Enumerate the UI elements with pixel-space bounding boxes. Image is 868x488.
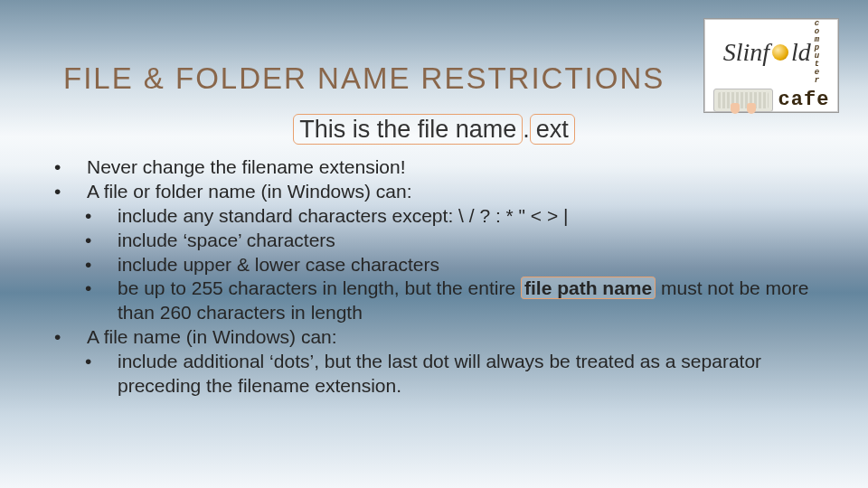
sub-bullet-item: •include ‘space’ characters — [118, 229, 814, 253]
filename-example: This is the file name.ext — [0, 116, 868, 144]
disc-icon — [772, 44, 788, 61]
bullet-text: Never change the filename extension! — [87, 156, 406, 177]
filepath-highlight: file path name — [521, 277, 656, 299]
slide-body: •Never change the filename extension! •A… — [65, 155, 814, 399]
bullet-text: be up to 255 characters in length, but t… — [118, 277, 515, 298]
logo-word-1: Slinf — [723, 38, 769, 67]
slide: FILE & FOLDER NAME RESTRICTIONS Slinf ld… — [0, 0, 868, 488]
bullet-item: •A file name (in Windows) can: — [87, 325, 814, 350]
sub-bullet-item: •include any standard characters except:… — [118, 204, 814, 229]
filename-dot: . — [523, 116, 530, 143]
sub-bullet-item: •be up to 255 characters in length, but … — [118, 277, 814, 325]
hand-icon — [731, 103, 740, 114]
logo-cafe: cafe — [778, 89, 830, 111]
bullet-text: include upper & lower case characters — [118, 254, 439, 275]
bullet-text: include any standard characters except: … — [118, 205, 569, 226]
bullet-text: A file or folder name (in Windows) can: — [87, 181, 411, 202]
bullet-item: •Never change the filename extension! — [87, 155, 814, 180]
hand-icon — [747, 103, 756, 114]
bullet-text: A file name (in Windows) can: — [87, 326, 337, 347]
bullet-item: •A file or folder name (in Windows) can: — [87, 180, 814, 204]
brand-logo: Slinf ld computer cafe — [703, 18, 839, 113]
logo-word-2: ld — [791, 38, 811, 67]
logo-row-2: cafe — [713, 89, 830, 112]
bullet-text: include ‘space’ characters — [118, 230, 335, 250]
sub-bullet-item: •include additional ‘dots’, but the last… — [118, 350, 814, 399]
keyboard-icon — [713, 89, 773, 112]
logo-text: Slinf ld computer — [723, 20, 820, 85]
logo-vertical-text: computer — [815, 20, 819, 85]
sub-bullet-item: •include upper & lower case characters — [118, 253, 814, 277]
extension-highlight: ext — [530, 114, 575, 145]
filename-highlight: This is the file name — [293, 114, 523, 145]
bullet-text: include additional ‘dots’, but the last … — [118, 351, 761, 396]
slide-title: FILE & FOLDER NAME RESTRICTIONS — [63, 61, 665, 96]
